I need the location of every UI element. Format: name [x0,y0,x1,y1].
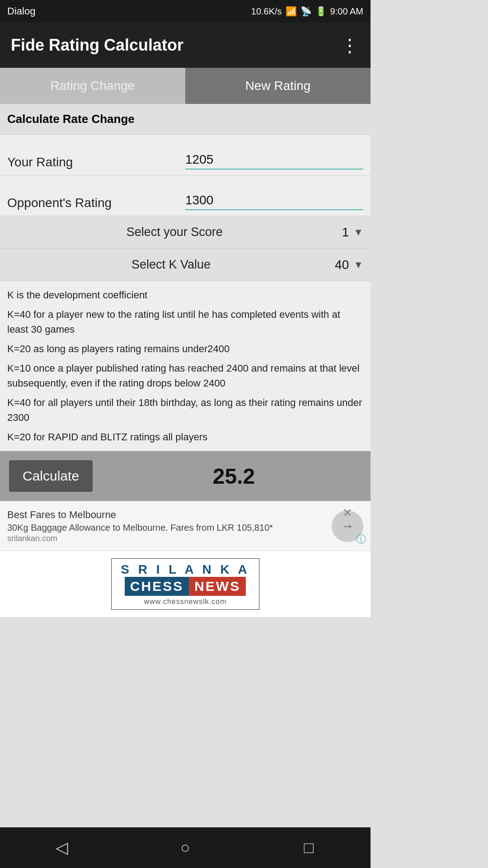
nav-back-button[interactable]: ◁ [44,834,80,861]
info-line-4: K=10 once a player published rating has … [7,361,363,391]
score-dropdown-row: Select your Score 1 ▼ [0,216,371,249]
chess-news-chess: CHESS [125,577,189,596]
info-line-5: K=40 for all players until their 18th bi… [7,395,363,425]
your-rating-input[interactable] [185,151,363,170]
content-area: Calculate Rate Change Your Rating Oppone… [0,104,371,617]
calculate-button[interactable]: Calculate [9,460,93,492]
score-value: 1 [342,225,349,240]
calculate-row: Calculate 25.2 [0,451,371,501]
bottom-navigation: ◁ ○ □ [0,827,371,868]
signal-icon: 📡 [300,6,312,17]
nav-home-button[interactable]: ○ [167,834,203,861]
tab-new-rating[interactable]: New Rating [185,68,371,104]
k-value-dropdown-label: Select K Value [7,258,335,272]
ad-source: srilankan.com [7,534,324,543]
tab-rating-change[interactable]: Rating Change [0,68,185,104]
score-dropdown-label: Select your Score [7,225,342,239]
chess-news-top: S R I L A N K A [121,562,250,577]
ad-text: Best Fares to Melbourne 30Kg Baggage All… [7,509,324,543]
opponent-rating-row: Opponent's Rating [0,175,371,216]
k-value-dropdown-arrow: ▼ [353,259,363,271]
clock: 9:00 AM [330,6,363,17]
your-rating-label: Your Rating [7,155,185,170]
info-line-1: K is the development coefficient [7,288,363,302]
info-section: K is the development coefficient K=40 fo… [0,281,371,451]
app-bar: Fide Rating Calculator ⋮ [0,23,371,68]
overflow-menu-icon[interactable]: ⋮ [341,35,360,56]
chess-news-news: NEWS [189,577,246,596]
info-line-2: K=40 for a player new to the rating list… [7,307,363,337]
ad-info-button[interactable]: ⓘ [356,533,366,546]
ad-banner: Best Fares to Melbourne 30Kg Baggage All… [0,501,371,551]
score-dropdown-arrow: ▼ [353,226,363,238]
ad-title: Best Fares to Melbourne [7,509,324,521]
k-value-dropdown-row: Select K Value 40 ▼ [0,249,371,281]
app-title: Fide Rating Calculator [11,36,183,55]
tabs: Rating Change New Rating [0,68,371,104]
your-rating-input-wrap [185,151,363,170]
your-rating-row: Your Rating [0,135,371,175]
chess-news-banner[interactable]: S R I L A N K A CHESS NEWS www.chessnews… [0,551,371,617]
opponent-rating-label: Opponent's Rating [7,196,185,210]
nav-recents-button[interactable]: □ [291,834,327,861]
k-value-dropdown[interactable]: 40 ▼ [335,258,363,272]
ad-arrow-icon: → [341,519,354,533]
chess-news-inner: S R I L A N K A CHESS NEWS www.chessnews… [111,558,259,610]
score-dropdown[interactable]: 1 ▼ [342,225,363,240]
status-bar-right: 10.6K/s 📶 📡 🔋 9:00 AM [251,6,363,17]
opponent-rating-input-wrap [185,191,363,210]
network-speed: 10.6K/s [251,6,282,17]
section-title: Calculate Rate Change [0,104,371,135]
ad-close-button[interactable]: ✕ [343,506,352,520]
battery-icon: 🔋 [315,6,327,17]
info-line-3: K=20 as long as players rating remains u… [7,341,363,356]
chess-news-url: www.chessnewslk.com [144,598,227,606]
ad-body: 30Kg Baggage Allowance to Melbourne. Far… [7,523,324,533]
opponent-rating-input[interactable] [185,191,363,210]
wifi-icon: 📶 [286,6,297,17]
calculate-result: 25.2 [106,464,361,489]
k-value: 40 [335,258,349,272]
chess-news-middle: CHESS NEWS [125,577,246,596]
app-name: Dialog [7,5,35,17]
info-line-6: K=20 for RAPID and BLITZ ratings all pla… [7,429,363,444]
status-bar: Dialog 10.6K/s 📶 📡 🔋 9:00 AM [0,0,371,23]
